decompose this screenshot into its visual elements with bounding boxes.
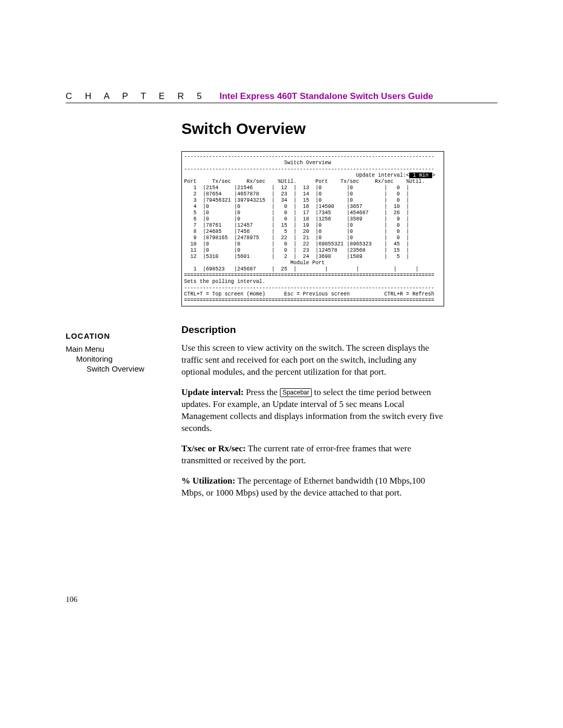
chapter-label: C H A P T E R 5 xyxy=(66,91,207,102)
description-paragraph-3: Tx/sec or Rx/sec: The current rate of er… xyxy=(181,442,447,466)
description-paragraph-4: % Utilization: The percentage of Etherne… xyxy=(181,475,447,499)
utilization-label: % Utilization: xyxy=(181,476,235,486)
text: Press the xyxy=(243,387,279,397)
location-level-2: Monitoring xyxy=(76,354,170,363)
section-title: Switch Overview xyxy=(181,120,305,138)
terminal-screenshot: ----------------------------------------… xyxy=(181,151,444,306)
location-sidebar: Location Main Menu Monitoring Switch Ove… xyxy=(66,331,170,373)
txrx-label: Tx/sec or Rx/sec: xyxy=(181,443,246,453)
page-number: 106 xyxy=(66,595,78,604)
page-header: C H A P T E R 5 Intel Express 460T Stand… xyxy=(66,91,497,103)
location-level-3: Switch Overview xyxy=(87,364,170,373)
location-level-1: Main Menu xyxy=(66,344,170,353)
update-interval-label: Update interval: xyxy=(181,387,243,397)
spacebar-key: Spacebar xyxy=(280,388,312,397)
description-section: Description Use this screen to view acti… xyxy=(181,324,447,507)
description-paragraph-2: Update interval: Press the Spacebar to s… xyxy=(181,386,447,434)
location-heading: Location xyxy=(66,331,170,340)
document-title: Intel Express 460T Standalone Switch Use… xyxy=(219,91,433,102)
description-paragraph-1: Use this screen to view activity on the … xyxy=(181,342,447,378)
description-heading: Description xyxy=(181,324,447,336)
